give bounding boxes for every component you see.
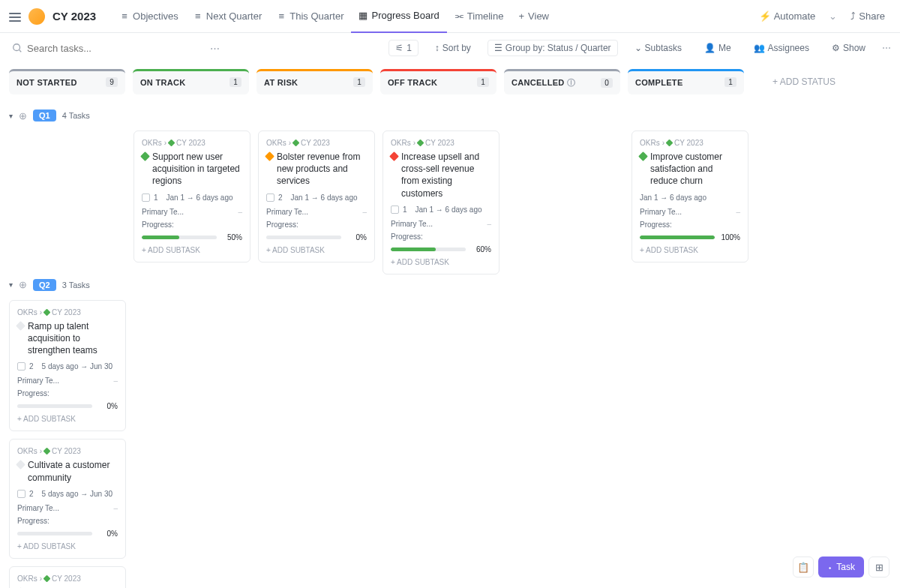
progress-label: Progress: (266, 220, 298, 229)
lane-on_track: OKRs›CY 2023 Support new user acquisitio… (134, 130, 250, 262)
task-card[interactable]: OKRs›CY 2023 Cultivate a customer commun… (9, 439, 126, 558)
progress-percent: 0% (97, 402, 118, 410)
progress-bar (17, 404, 92, 408)
progress-percent: 0% (346, 233, 367, 242)
add-subtask-button[interactable]: + ADD SUBTASK (142, 246, 242, 254)
add-subtask-button[interactable]: + ADD SUBTASK (640, 246, 740, 254)
team-label: Primary Te... (391, 220, 433, 228)
tab-progress-board[interactable]: ▦ Progress Board (351, 0, 446, 33)
team-value: – (736, 208, 740, 216)
info-icon[interactable]: ⓘ (567, 78, 575, 87)
subtask-count: 2 (29, 490, 34, 498)
progress-bar (391, 248, 466, 251)
tab-label: Objectives (133, 10, 178, 22)
view-button[interactable]: + View (511, 0, 556, 33)
task-card[interactable]: OKRs›CY 2023 Increase upsell and cross-s… (382, 130, 500, 274)
chevron-down-icon[interactable]: ⌄ (829, 10, 837, 22)
automate-button[interactable]: ⚡ Automate (753, 8, 822, 25)
task-card[interactable]: OKRs›CY 2023 Bolster revenue from new pr… (258, 130, 375, 262)
collapse-icon[interactable]: ▾ (9, 112, 13, 120)
status-diamond-icon (265, 152, 274, 161)
lightning-icon: ⬩ (827, 562, 832, 572)
people-icon: 👥 (754, 43, 765, 53)
sort-button[interactable]: ↕ Sort by (429, 40, 477, 56)
team-value: – (113, 504, 118, 512)
share-button[interactable]: ⤴ Share (844, 8, 891, 25)
expand-icon[interactable]: ⊕ (19, 110, 27, 122)
column-count: 0 (601, 78, 613, 88)
team-label: Primary Te... (17, 504, 59, 512)
apps-button[interactable]: ⊞ (868, 556, 890, 578)
lightning-icon: ⚡ (759, 10, 771, 22)
card-title-text: Increase upsell and cross-sell revenue f… (401, 151, 491, 200)
expand-icon[interactable]: ⊕ (19, 279, 27, 290)
collapse-icon[interactable]: ▾ (9, 280, 13, 289)
subtasks-button[interactable]: ⌄ Subtasks (628, 40, 688, 56)
more-icon[interactable]: ⋯ (210, 43, 220, 54)
assignees-label: Assignees (768, 43, 809, 53)
list-icon: ≡ (277, 12, 286, 21)
group-badge[interactable]: Q2 (33, 279, 56, 291)
column-complete: COMPLETE1 (628, 69, 744, 94)
card-dates: Jan 1 → 6 days ago (640, 194, 706, 202)
add-subtask-button[interactable]: + ADD SUBTASK (17, 415, 118, 423)
group-badge[interactable]: Q1 (33, 110, 56, 122)
task-label: Task (836, 562, 855, 572)
task-card[interactable]: OKRs›CY 2023 Ramp up talent acquisition … (9, 300, 126, 432)
subtask-count-icon (17, 362, 26, 370)
tab-this-quarter[interactable]: ≡ This Quarter (269, 0, 351, 33)
subtask-count-icon (391, 206, 399, 214)
subtask-count-icon (17, 490, 26, 498)
list-icon: ≡ (194, 12, 202, 21)
filter-pill[interactable]: ⚟ 1 (388, 40, 418, 56)
team-value: – (238, 208, 242, 216)
team-value: – (487, 220, 491, 228)
column-count: 9 (106, 77, 118, 87)
progress-bar (640, 236, 715, 239)
plus-icon: + (518, 10, 524, 22)
task-card[interactable]: OKRs›CY 2023 Improve customer satisfacti… (632, 130, 748, 262)
hamburger-icon[interactable] (9, 10, 21, 22)
group-by-pill[interactable]: ☰ Group by: Status / Quarter (488, 40, 618, 56)
add-subtask-button[interactable]: + ADD SUBTASK (266, 246, 367, 254)
column-title: NOT STARTED (16, 78, 77, 87)
card-breadcrumb: OKRs›CY 2023 (266, 139, 367, 147)
new-task-button[interactable]: ⬩ Task (818, 556, 864, 578)
share-icon: ⤴ (850, 10, 856, 22)
tab-objectives[interactable]: ≡ Objectives (112, 0, 186, 33)
task-card[interactable]: OKRs›CY 2023 Increase employee productiv… (9, 566, 126, 588)
workspace-icon (28, 8, 45, 25)
team-label: Primary Te... (17, 376, 59, 385)
status-diamond-icon (16, 321, 26, 331)
search-input[interactable] (9, 38, 204, 58)
progress-label: Progress: (142, 220, 174, 229)
show-label: Show (843, 43, 866, 53)
progress-bar (266, 236, 341, 239)
svg-line-1 (20, 50, 22, 52)
add-subtask-button[interactable]: + ADD SUBTASK (17, 542, 118, 550)
filter-count: 1 (406, 43, 412, 53)
task-card[interactable]: OKRs›CY 2023 Support new user acquisitio… (134, 130, 250, 262)
show-button[interactable]: ⚙ Show (826, 40, 872, 56)
more-icon[interactable]: ⋯ (882, 43, 891, 53)
progress-bar (142, 236, 217, 239)
lane-off_track: OKRs›CY 2023 Increase upsell and cross-s… (382, 130, 500, 274)
tab-timeline[interactable]: ⫘ Timeline (447, 0, 512, 33)
assignees-button[interactable]: 👥 Assignees (748, 40, 815, 56)
add-status-button[interactable]: + ADD STATUS (752, 69, 856, 94)
gear-icon: ⚙ (832, 43, 840, 53)
me-button[interactable]: 👤 Me (698, 40, 737, 56)
card-title-text: Improve customer satisfaction and reduce… (650, 151, 740, 188)
column-cancelled: CANCELLED ⓘ0 (504, 69, 620, 94)
me-label: Me (718, 43, 731, 53)
card-breadcrumb: OKRs›CY 2023 (640, 139, 740, 147)
tab-label: This Quarter (290, 10, 344, 22)
column-title: CANCELLED ⓘ (512, 77, 575, 88)
share-label: Share (859, 10, 885, 22)
card-breadcrumb: OKRs›CY 2023 (17, 574, 118, 583)
clipboard-button[interactable]: 📋 (793, 556, 814, 578)
add-subtask-button[interactable]: + ADD SUBTASK (391, 258, 491, 266)
column-title: OFF TRACK (388, 78, 437, 87)
tab-next-quarter[interactable]: ≡ Next Quarter (186, 0, 269, 33)
workspace-title: CY 2023 (52, 10, 96, 22)
